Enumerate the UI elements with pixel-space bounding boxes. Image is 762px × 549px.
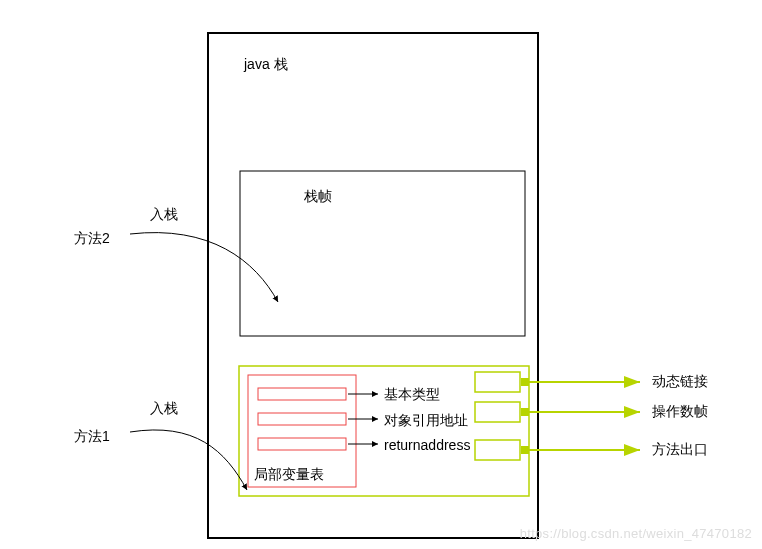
right-label-method-exit: 方法出口 xyxy=(652,441,708,459)
lvt-row1-label: 基本类型 xyxy=(384,386,440,404)
svg-rect-6 xyxy=(522,379,528,385)
lvt-row2-label: 对象引用地址 xyxy=(384,412,468,430)
push-label-2: 入栈 xyxy=(150,206,178,224)
operand-stack-slot xyxy=(475,402,520,422)
lvt-title: 局部变量表 xyxy=(254,466,324,484)
push-label-1: 入栈 xyxy=(150,400,178,418)
java-stack-box xyxy=(208,33,538,538)
push-arrow-method2 xyxy=(130,233,278,302)
java-stack-title: java 栈 xyxy=(244,56,288,74)
method2-label: 方法2 xyxy=(74,230,110,248)
method1-label: 方法1 xyxy=(74,428,110,446)
svg-rect-0 xyxy=(258,388,346,400)
stack-frame-box xyxy=(240,171,525,336)
right-label-operand-stack: 操作数帧 xyxy=(652,403,708,421)
diagram-root: java 栈 入栈 方法2 入栈 方法1 栈帧 基本类型 对象引用地址 retu… xyxy=(0,0,762,549)
svg-rect-8 xyxy=(522,409,528,415)
svg-rect-2 xyxy=(258,438,346,450)
diagram-svg xyxy=(0,0,762,549)
watermark: https://blog.csdn.net/weixin_47470182 xyxy=(520,526,752,541)
right-label-dynamic-link: 动态链接 xyxy=(652,373,708,391)
svg-rect-1 xyxy=(258,413,346,425)
stack-frame-title: 栈帧 xyxy=(304,188,332,206)
svg-rect-10 xyxy=(522,447,528,453)
push-arrow-method1 xyxy=(130,430,247,490)
method-exit-slot xyxy=(475,440,520,460)
lvt-row3-label: returnaddress xyxy=(384,437,470,453)
dynamic-link-slot xyxy=(475,372,520,392)
